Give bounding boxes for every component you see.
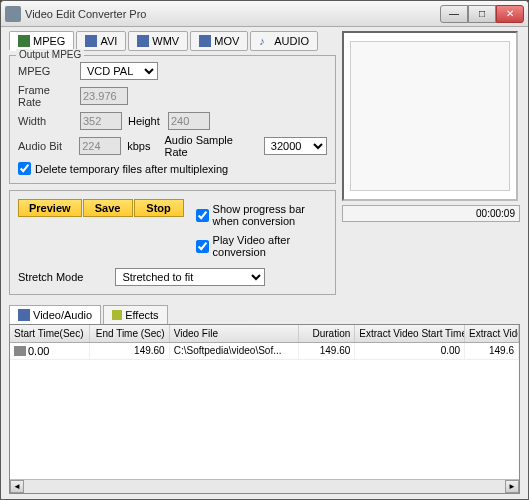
app-window: Video Edit Converter Pro — □ ✕ MPEG AVI … bbox=[0, 0, 529, 500]
framerate-input bbox=[80, 87, 128, 105]
scroll-left-button[interactable]: ◄ bbox=[10, 480, 24, 493]
film-icon bbox=[137, 35, 149, 47]
effects-icon bbox=[112, 310, 122, 320]
preview-inner bbox=[350, 41, 510, 191]
col-exstart[interactable]: Extract Video Start Time bbox=[355, 325, 465, 342]
film-icon bbox=[199, 35, 211, 47]
film-icon bbox=[85, 35, 97, 47]
check-icon bbox=[18, 35, 30, 47]
subtabs: Video/Audio Effects bbox=[9, 305, 520, 324]
col-end[interactable]: End Time (Sec) bbox=[90, 325, 170, 342]
show-progress-checkbox[interactable] bbox=[196, 209, 209, 222]
play-after-checkbox[interactable] bbox=[196, 240, 209, 253]
window-title: Video Edit Converter Pro bbox=[25, 8, 440, 20]
kbps-label: kbps bbox=[127, 140, 150, 152]
scroll-track[interactable] bbox=[24, 480, 505, 493]
subtab-videoaudio[interactable]: Video/Audio bbox=[9, 305, 101, 324]
audiosample-label: Audio Sample Rate bbox=[164, 134, 257, 158]
width-input bbox=[80, 112, 122, 130]
content: MPEG AVI WMV MOV ♪AUDIO Output MPEG MPEG… bbox=[1, 27, 528, 499]
action-box: Preview Save Stop Show progress bar when… bbox=[9, 190, 336, 295]
mpeg-label: MPEG bbox=[18, 65, 74, 77]
table-row[interactable]: 0.00 149.60 C:\Softpedia\video\Sof... 14… bbox=[10, 343, 519, 360]
col-duration[interactable]: Duration bbox=[299, 325, 355, 342]
delete-temp-checkbox[interactable] bbox=[18, 162, 31, 175]
grid: Start Time(Sec) End Time (Sec) Video Fil… bbox=[9, 324, 520, 494]
horizontal-scrollbar[interactable]: ◄ ► bbox=[10, 479, 519, 493]
height-input bbox=[168, 112, 210, 130]
mpeg-select[interactable]: VCD PAL bbox=[80, 62, 158, 80]
output-group-title: Output MPEG bbox=[16, 49, 84, 60]
audiosample-select[interactable]: 32000 bbox=[264, 137, 327, 155]
scroll-right-button[interactable]: ► bbox=[505, 480, 519, 493]
close-button[interactable]: ✕ bbox=[496, 5, 524, 23]
save-button[interactable]: Save bbox=[83, 199, 133, 217]
grid-body[interactable]: 0.00 149.60 C:\Softpedia\video\Sof... 14… bbox=[10, 343, 519, 483]
delete-temp-label: Delete temporary files after multiplexin… bbox=[35, 163, 228, 175]
top-row: MPEG AVI WMV MOV ♪AUDIO Output MPEG MPEG… bbox=[9, 31, 520, 301]
tab-mpeg[interactable]: MPEG bbox=[9, 31, 74, 51]
col-file[interactable]: Video File bbox=[170, 325, 300, 342]
window-controls: — □ ✕ bbox=[440, 5, 524, 23]
film-icon bbox=[18, 309, 30, 321]
col-start[interactable]: Start Time(Sec) bbox=[10, 325, 90, 342]
left-column: MPEG AVI WMV MOV ♪AUDIO Output MPEG MPEG… bbox=[9, 31, 336, 301]
stop-button[interactable]: Stop bbox=[134, 199, 184, 217]
maximize-button[interactable]: □ bbox=[468, 5, 496, 23]
grid-header: Start Time(Sec) End Time (Sec) Video Fil… bbox=[10, 325, 519, 343]
titlebar[interactable]: Video Edit Converter Pro — □ ✕ bbox=[1, 1, 528, 27]
preview-button[interactable]: Preview bbox=[18, 199, 82, 217]
app-icon bbox=[5, 6, 21, 22]
output-group: Output MPEG MPEG VCD PAL Frame Rate Widt… bbox=[9, 55, 336, 184]
format-tabs: MPEG AVI WMV MOV ♪AUDIO bbox=[9, 31, 336, 51]
audiobit-input bbox=[79, 137, 121, 155]
height-label: Height bbox=[128, 115, 162, 127]
width-label: Width bbox=[18, 115, 74, 127]
right-column: 00:00:09 bbox=[342, 31, 520, 301]
stretch-select[interactable]: Stretched to fit bbox=[115, 268, 265, 286]
subtab-effects[interactable]: Effects bbox=[103, 305, 167, 324]
show-progress-label: Show progress bar when conversion bbox=[213, 203, 327, 227]
tab-audio[interactable]: ♪AUDIO bbox=[250, 31, 318, 51]
audiobit-label: Audio Bit bbox=[18, 140, 73, 152]
tab-avi[interactable]: AVI bbox=[76, 31, 126, 51]
tab-wmv[interactable]: WMV bbox=[128, 31, 188, 51]
music-icon: ♪ bbox=[259, 35, 271, 47]
stretch-label: Stretch Mode bbox=[18, 271, 83, 283]
tab-mov[interactable]: MOV bbox=[190, 31, 248, 51]
play-after-label: Play Video after conversion bbox=[213, 234, 327, 258]
preview-pane bbox=[342, 31, 518, 201]
minimize-button[interactable]: — bbox=[440, 5, 468, 23]
row-icon bbox=[14, 346, 26, 356]
col-exend[interactable]: Extract Video End Tim bbox=[465, 325, 519, 342]
framerate-label: Frame Rate bbox=[18, 84, 74, 108]
preview-timer: 00:00:09 bbox=[342, 205, 520, 222]
action-buttons: Preview Save Stop bbox=[18, 199, 184, 217]
